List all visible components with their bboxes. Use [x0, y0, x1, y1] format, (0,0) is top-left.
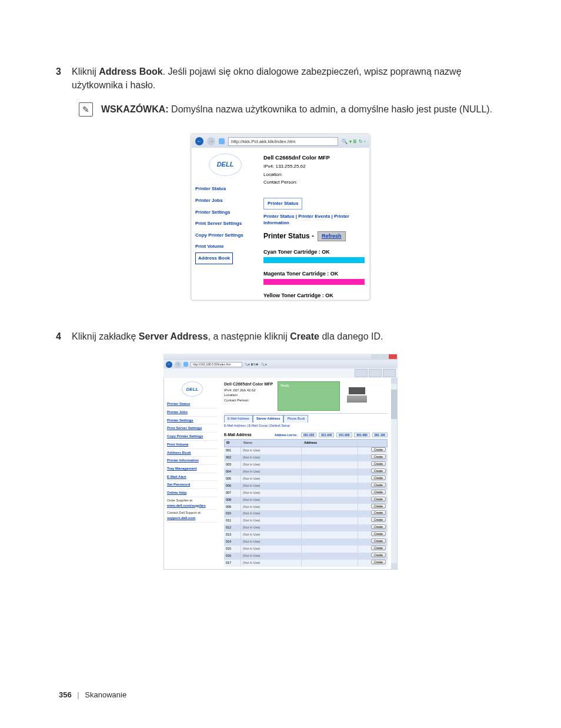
- sidebar-item-printer-jobs[interactable]: Printer Jobs: [195, 195, 255, 207]
- address-bar: ← → http://192.168.0.50/index.htm 🔍▾ 🗎↻✖…: [163, 360, 398, 368]
- pager-041-060[interactable]: 041-060: [336, 433, 352, 437]
- text: Kliknij: [72, 67, 99, 77]
- sidebar-item-printer-settings[interactable]: Printer Settings: [195, 207, 255, 218]
- cell-name: (Not in Use): [241, 454, 302, 461]
- cell-id: 009: [224, 504, 241, 511]
- sidebar-item-address-book[interactable]: Address Book: [195, 252, 233, 264]
- back-icon[interactable]: ←: [166, 361, 172, 368]
- scrollbar[interactable]: [391, 378, 397, 569]
- create-button[interactable]: Create: [371, 468, 386, 473]
- create-button[interactable]: Create: [371, 476, 386, 480]
- sub-tabs[interactable]: E-Mail Address | E-Mail Group | Default …: [224, 424, 391, 428]
- sidebar-item-print-volume[interactable]: Print Volume: [167, 441, 218, 449]
- dell-logo: DELL: [182, 381, 203, 397]
- pager-021-040[interactable]: 021-040: [319, 433, 334, 437]
- create-button[interactable]: Create: [371, 546, 386, 550]
- cell-name: (Not in Use): [241, 504, 302, 511]
- pager-061-080[interactable]: 061-080: [354, 433, 369, 437]
- bold-address-book: Address Book: [99, 67, 162, 77]
- forward-icon[interactable]: →: [175, 361, 181, 368]
- cell-id: 015: [224, 546, 241, 553]
- supplies-link[interactable]: www.dell.com/supplies: [167, 503, 218, 508]
- sub-tabs[interactable]: Printer Status | Printer Events | Printe…: [263, 213, 365, 227]
- section-heading: Printer Status - Refresh: [263, 231, 365, 241]
- cell-name: (Not in Use): [241, 447, 302, 454]
- tab-printer-status[interactable]: Printer Status: [263, 198, 302, 210]
- tab-email-address[interactable]: E-Mail Address: [224, 415, 253, 423]
- table-row: 001(Not in Use)Create: [224, 447, 388, 454]
- sidebar-item-set-password[interactable]: Set Password: [167, 481, 218, 489]
- sidebar: DELL Printer Status Printer Jobs Printer…: [164, 378, 221, 569]
- create-button[interactable]: Create: [371, 553, 386, 557]
- scroll-down-icon[interactable]: [391, 563, 397, 569]
- cell-name: (Not in Use): [241, 560, 302, 567]
- sidebar-item-copy-printer-settings[interactable]: Copy Printer Settings: [167, 433, 218, 441]
- create-button[interactable]: Create: [371, 497, 386, 501]
- create-button[interactable]: Create: [371, 447, 386, 452]
- cell-address: [302, 560, 358, 567]
- text: Printer Status -: [263, 231, 314, 241]
- create-button[interactable]: Create: [371, 560, 386, 564]
- sidebar-item-printer-settings[interactable]: Printer Settings: [167, 417, 218, 425]
- sidebar-item-print-server-settings[interactable]: Print Server Settings: [167, 424, 218, 433]
- sidebar-item-copy-printer-settings[interactable]: Copy Printer Settings: [195, 230, 255, 241]
- device-info: Dell C2665dnf Color MFP IPv4: 267.266.42…: [224, 381, 273, 411]
- sidebar-item-print-server-settings[interactable]: Print Server Settings: [195, 218, 255, 230]
- back-icon[interactable]: ←: [195, 137, 203, 145]
- cell-name: (Not in Use): [241, 546, 302, 553]
- pager-081-100[interactable]: 081-100: [372, 433, 388, 437]
- location: Location:: [224, 393, 273, 398]
- toolbar-icons[interactable]: 🔍▾ 🗎↻✖ 🔍 ▾: [245, 363, 267, 367]
- col-id: ID: [225, 440, 242, 447]
- create-button[interactable]: Create: [371, 454, 386, 459]
- yellow-label: Yellow Toner Cartridge : OK: [263, 292, 365, 300]
- sidebar-item-print-volume[interactable]: Print Volume: [195, 241, 255, 252]
- cell-id: 013: [224, 531, 241, 538]
- sidebar-item-printer-jobs[interactable]: Printer Jobs: [167, 408, 218, 417]
- sidebar-item-printer-information[interactable]: Printer Information: [167, 457, 218, 465]
- ie-icon: [219, 138, 225, 144]
- table-row: 002(Not in Use)Create: [224, 454, 388, 461]
- sidebar-item-printer-status[interactable]: Printer Status: [167, 400, 218, 408]
- create-button[interactable]: Create: [371, 504, 386, 508]
- cell-address: [302, 468, 358, 476]
- url-field[interactable]: http://192.168.0.50/index.htm: [191, 362, 242, 367]
- table-row: 006(Not in Use)Create: [224, 483, 388, 490]
- search-icon[interactable]: 🔍 ▾ 🗎 ↻ ›: [342, 138, 366, 145]
- sidebar-item-printer-status[interactable]: Printer Status: [195, 183, 255, 195]
- url-field[interactable]: http://kkk.Pct.akk.klk/index.htm: [228, 137, 338, 147]
- sidebar-item-email-alert[interactable]: E-Mail Alert: [167, 473, 218, 481]
- create-button[interactable]: Create: [371, 510, 386, 515]
- cell-address: [302, 490, 358, 497]
- table-row: 005(Not in Use)Create: [224, 476, 388, 483]
- printer-icon: [345, 381, 369, 404]
- create-button[interactable]: Create: [371, 517, 386, 522]
- pager-label: Address List to:: [273, 433, 299, 437]
- step-number: 4: [51, 330, 61, 343]
- window-buttons[interactable]: [371, 354, 398, 360]
- tabs: E-Mail Address Server Address Phone Book: [224, 415, 391, 423]
- step-text: Kliknij Address Book. Jeśli pojawi się o…: [72, 65, 510, 92]
- create-button[interactable]: Create: [371, 461, 386, 466]
- scroll-up-icon[interactable]: [391, 378, 397, 384]
- cell-address: [302, 538, 358, 546]
- sidebar-item-address-book[interactable]: Address Book: [167, 449, 218, 457]
- main-panel: Dell C2665dnf Color MFP IPv4: 267.266.42…: [221, 378, 391, 569]
- tab-server-address[interactable]: Server Address: [253, 415, 283, 423]
- sidebar-item-tray-management[interactable]: Tray Management: [167, 465, 218, 473]
- table-row: 013(Not in Use)Create: [224, 531, 388, 538]
- create-button[interactable]: Create: [371, 524, 386, 529]
- main-panel: Dell C2665dnf Color MFP IPv4: 133.255.25…: [259, 148, 369, 300]
- scroll-thumb[interactable]: [391, 390, 397, 419]
- forward-icon[interactable]: →: [207, 137, 215, 145]
- refresh-button[interactable]: Refresh: [318, 231, 346, 241]
- create-button[interactable]: Create: [371, 531, 386, 536]
- tab-phone-book[interactable]: Phone Book: [283, 415, 308, 423]
- sidebar-item-online-help[interactable]: Online Help: [167, 489, 218, 497]
- create-button[interactable]: Create: [371, 490, 386, 494]
- create-button[interactable]: Create: [371, 538, 386, 543]
- window-tab-buttons[interactable]: [163, 368, 398, 378]
- support-link[interactable]: support.dell.com: [167, 516, 218, 521]
- pager-001-020[interactable]: 001-020: [301, 433, 316, 437]
- create-button[interactable]: Create: [371, 483, 386, 487]
